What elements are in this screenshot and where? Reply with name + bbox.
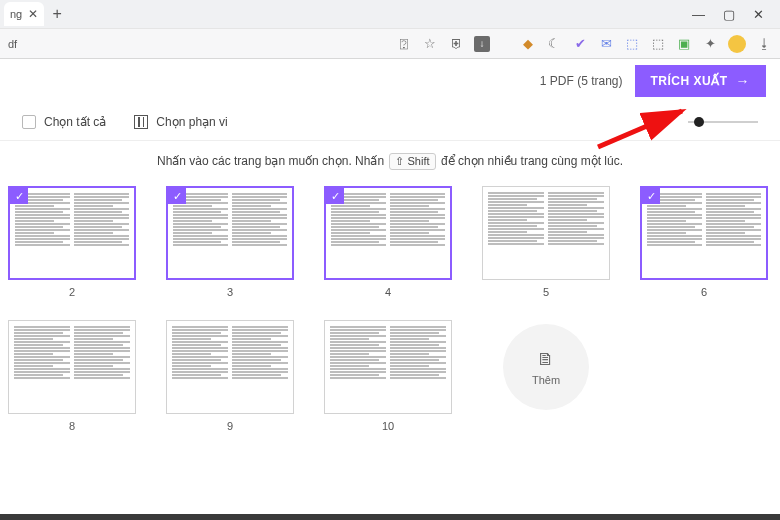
extension-check-icon[interactable]: ✔: [572, 36, 588, 52]
page-thumbnail[interactable]: ✓: [166, 186, 294, 280]
extract-button-label: TRÍCH XUẤT: [651, 74, 728, 88]
extension-app3-icon[interactable]: ▣: [676, 36, 692, 52]
translate-icon[interactable]: ⍰: [396, 36, 412, 52]
tab-strip: ng ✕ + — ▢ ✕: [0, 0, 780, 28]
page-thumbnail[interactable]: [324, 320, 452, 414]
checkbox-icon: [22, 115, 36, 129]
page-item: 9: [166, 320, 294, 432]
browser-tab[interactable]: ng ✕: [4, 2, 44, 26]
arrow-right-icon: →: [736, 73, 751, 89]
select-range-button[interactable]: Chọn phạn vi: [134, 115, 227, 129]
extension-app2-icon[interactable]: ⬚: [650, 36, 666, 52]
extension-mail-icon[interactable]: ✉: [598, 36, 614, 52]
options-row: Chọn tất cả Chọn phạn vi: [0, 103, 780, 141]
add-file-icon: 🗎: [537, 349, 555, 370]
window-controls: — ▢ ✕: [692, 7, 776, 22]
profile-avatar-icon[interactable]: [728, 35, 746, 53]
shield-icon[interactable]: ⛨: [448, 36, 464, 52]
zoom-handle[interactable]: [694, 117, 704, 127]
page-item: ✓6: [640, 186, 768, 298]
bottom-bar: [0, 514, 780, 520]
address-fragment: df: [8, 38, 17, 50]
add-label: Thêm: [532, 374, 560, 386]
downloads-arrow-icon[interactable]: ⭳: [756, 36, 772, 52]
extension-diamond-icon[interactable]: ◆: [520, 36, 536, 52]
zoom-track: [688, 121, 758, 123]
page-item: 10: [324, 320, 452, 432]
instruction-pre: Nhấn vào các trang bạn muốn chọn. Nhấn: [157, 154, 384, 168]
page-number: 10: [382, 420, 394, 432]
address-bar-row: df ⍰ ☆ ⛨ ↓ ◆ ☾ ✔ ✉ ⬚ ⬚ ▣ ✦ ⭳: [0, 28, 780, 58]
page-number: 6: [701, 286, 707, 298]
page-item: 8: [8, 320, 136, 432]
close-window-button[interactable]: ✕: [753, 7, 764, 22]
page-thumbnail[interactable]: ✓: [324, 186, 452, 280]
zoom-slider[interactable]: [688, 121, 758, 123]
select-range-label: Chọn phạn vi: [156, 115, 227, 129]
page-thumbnail[interactable]: [482, 186, 610, 280]
extract-button[interactable]: TRÍCH XUẤT →: [635, 65, 767, 97]
page-thumbnail[interactable]: [166, 320, 294, 414]
toolbar-icons: ⍰ ☆ ⛨ ↓ ◆ ☾ ✔ ✉ ⬚ ⬚ ▣ ✦ ⭳: [396, 35, 772, 53]
dark-mode-icon[interactable]: ☾: [546, 36, 562, 52]
minimize-button[interactable]: —: [692, 7, 705, 22]
instruction-post: để chọn nhiều trang cùng một lúc.: [441, 154, 623, 168]
select-all-label: Chọn tất cả: [44, 115, 106, 129]
page-grid: ✓2✓3✓45✓68910🗎Thêm: [0, 186, 780, 452]
shift-key-badge: ⇧ Shift: [389, 153, 435, 170]
maximize-button[interactable]: ▢: [723, 7, 735, 22]
bookmark-star-icon[interactable]: ☆: [422, 36, 438, 52]
extensions-puzzle-icon[interactable]: ✦: [702, 36, 718, 52]
selected-check-icon: ✓: [642, 188, 660, 204]
page-header: 1 PDF (5 trang) TRÍCH XUẤT →: [0, 59, 780, 103]
page-number: 9: [227, 420, 233, 432]
page-thumbnail[interactable]: ✓: [640, 186, 768, 280]
new-tab-button[interactable]: +: [46, 3, 68, 25]
page-number: 5: [543, 286, 549, 298]
extension-app1-icon[interactable]: ⬚: [624, 36, 640, 52]
tab-title-suffix: ng: [10, 8, 22, 20]
selected-check-icon: ✓: [168, 188, 186, 204]
page-number: 4: [385, 286, 391, 298]
columns-icon: [134, 115, 148, 129]
page-item: ✓2: [8, 186, 136, 298]
page-item: ✓3: [166, 186, 294, 298]
browser-chrome: ng ✕ + — ▢ ✕ df ⍰ ☆ ⛨ ↓ ◆ ☾ ✔ ✉ ⬚ ⬚ ▣ ✦ …: [0, 0, 780, 59]
add-page-tile[interactable]: 🗎Thêm: [482, 320, 610, 432]
instruction-text: Nhấn vào các trang bạn muốn chọn. Nhấn ⇧…: [0, 141, 780, 186]
pdf-count-label: 1 PDF (5 trang): [540, 74, 623, 88]
page-thumbnail[interactable]: ✓: [8, 186, 136, 280]
page-number: 2: [69, 286, 75, 298]
page-number: 3: [227, 286, 233, 298]
page-item: ✓4: [324, 186, 452, 298]
selected-check-icon: ✓: [10, 188, 28, 204]
selected-check-icon: ✓: [326, 188, 344, 204]
page-number: 8: [69, 420, 75, 432]
page-thumbnail[interactable]: [8, 320, 136, 414]
page-item: 5: [482, 186, 610, 298]
close-tab-icon[interactable]: ✕: [28, 7, 38, 21]
download-icon[interactable]: ↓: [474, 36, 490, 52]
select-all-checkbox[interactable]: Chọn tất cả: [22, 115, 106, 129]
